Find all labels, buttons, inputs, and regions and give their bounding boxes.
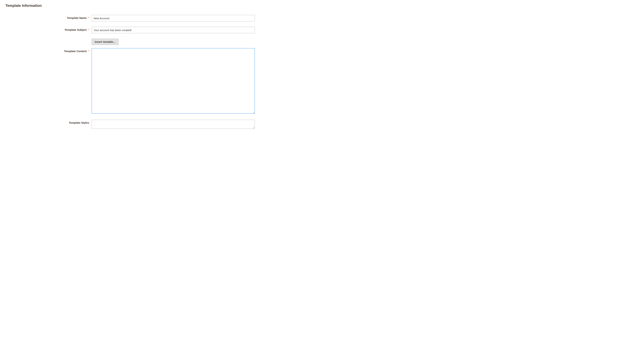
template-styles-label: Template Styles — [69, 121, 89, 124]
insert-variable-label-col — [6, 39, 92, 40]
template-name-label: Template Name — [67, 16, 86, 20]
required-asterisk: * — [88, 50, 89, 53]
template-styles-label-col: Template Styles — [6, 120, 92, 124]
insert-variable-row: Insert Variable... — [6, 39, 260, 45]
insert-variable-button[interactable]: Insert Variable... — [92, 39, 118, 45]
template-subject-field-col — [92, 27, 255, 33]
template-name-input[interactable] — [92, 15, 255, 22]
template-styles-field-col — [92, 120, 255, 129]
template-content-row: Template Content * — [6, 48, 260, 114]
template-content-field-col — [92, 48, 255, 114]
template-subject-row: Template Subject * — [6, 27, 260, 33]
template-name-row: Template Name * — [6, 15, 260, 22]
template-content-label: Template Content — [64, 50, 87, 53]
template-content-label-col: Template Content * — [6, 48, 92, 53]
template-styles-textarea[interactable] — [92, 120, 255, 129]
required-asterisk: * — [88, 28, 89, 31]
template-name-label-col: Template Name * — [6, 15, 92, 20]
section-title: Template Information — [6, 4, 260, 8]
template-information-form: Template Information Template Name * Tem… — [6, 4, 260, 129]
required-asterisk: * — [88, 16, 89, 19]
template-subject-label: Template Subject — [64, 28, 86, 31]
template-subject-input[interactable] — [92, 27, 255, 33]
template-subject-label-col: Template Subject * — [6, 27, 92, 32]
template-content-textarea[interactable] — [92, 48, 255, 114]
insert-variable-field-col: Insert Variable... — [92, 39, 255, 45]
template-styles-row: Template Styles — [6, 120, 260, 129]
template-name-field-col — [92, 15, 255, 22]
